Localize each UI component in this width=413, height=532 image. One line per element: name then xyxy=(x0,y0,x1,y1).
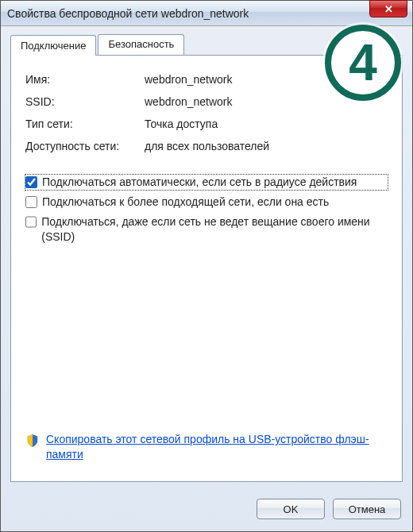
check-hidden-ssid[interactable]: Подключаться, даже если сеть не ведет ве… xyxy=(25,214,388,245)
window: Свойства беспроводной сети webdron_netwo… xyxy=(0,0,413,532)
shield-icon xyxy=(25,434,40,448)
label-name: Имя: xyxy=(25,73,145,86)
tab-panel: Имя: webdron_network SSID: webdron_netwo… xyxy=(10,55,403,482)
titlebar: Свойства беспроводной сети webdron_netwo… xyxy=(1,1,412,26)
step-badge-number: 4 xyxy=(349,37,377,88)
step-badge: 4 xyxy=(325,25,401,101)
check-hidden-ssid-label: Подключаться, даже если сеть не ведет ве… xyxy=(41,214,388,245)
checkbox-prefer-network[interactable] xyxy=(25,196,37,208)
value-availability: для всех пользователей xyxy=(145,140,388,152)
label-nettype: Тип сети: xyxy=(25,118,145,130)
label-availability: Доступность сети: xyxy=(25,140,145,152)
checkbox-group: Подключаться автоматически, если сеть в … xyxy=(25,175,388,245)
label-ssid: SSID: xyxy=(25,95,145,108)
check-prefer-network-label: Подключаться к более подходящей сети, ес… xyxy=(42,195,329,210)
tab-connection-label: Подключение xyxy=(21,40,86,52)
close-button[interactable]: ✕ xyxy=(369,0,407,17)
copy-profile-link[interactable]: Скопировать этот сетевой профиль на USB-… xyxy=(46,432,388,462)
checkbox-auto-connect[interactable] xyxy=(25,176,37,188)
close-icon: ✕ xyxy=(384,3,393,15)
tab-connection[interactable]: Подключение xyxy=(10,35,96,56)
tab-security-label: Безопасность xyxy=(108,38,174,50)
copy-profile-row: Скопировать этот сетевой профиль на USB-… xyxy=(25,432,388,468)
window-title: Свойства беспроводной сети webdron_netwo… xyxy=(7,7,406,20)
value-nettype: Точка доступа xyxy=(145,118,388,130)
cancel-button[interactable]: Отмена xyxy=(333,499,401,519)
ok-button[interactable]: OK xyxy=(257,499,325,519)
check-prefer-network[interactable]: Подключаться к более подходящей сети, ес… xyxy=(25,195,388,210)
check-auto-connect-label: Подключаться автоматически, если сеть в … xyxy=(42,175,357,190)
tab-security[interactable]: Безопасность xyxy=(98,34,184,55)
check-auto-connect[interactable]: Подключаться автоматически, если сеть в … xyxy=(25,175,388,190)
button-row: OK Отмена xyxy=(1,492,412,531)
checkbox-hidden-ssid[interactable] xyxy=(25,216,37,228)
